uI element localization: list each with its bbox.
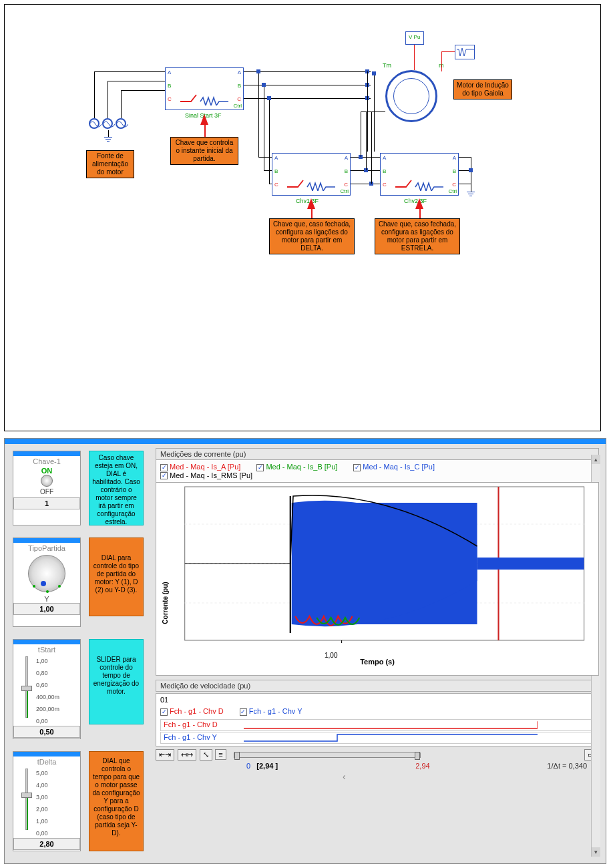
legend-current: ✓Med - Maq - Is_A [Pu]✓Med - Maq - Is_B …	[156, 460, 599, 482]
ground-icon	[467, 192, 475, 196]
control-panel: Chave-1 ON OFF 1 TipoPartida Y 1,00 tSta…	[4, 438, 606, 864]
ctrl-tdelta[interactable]: tDelta 5,004,003,002,001,000,00 2,80	[13, 751, 81, 851]
plot-area: ▴▾ Medições de corrente (pu) ✓Med - Maq …	[156, 448, 599, 857]
info-4: DIAL que controla o tempo para que o mot…	[89, 751, 144, 851]
note-estrela: Chave que, caso fechada, configura as li…	[375, 218, 460, 254]
label-tm: Tm	[383, 62, 391, 69]
arrow-icon	[307, 198, 315, 209]
info-3: SLIDER para controle do tempo de energiz…	[89, 639, 144, 724]
scope-icon	[455, 45, 475, 59]
block-chv2-3f: A B C A B C Ctrl	[380, 153, 459, 196]
info-1: Caso chave esteja em ON, DIAL é habilita…	[89, 451, 144, 525]
plot-title-speed: Medição de velocidade (pu)	[156, 680, 599, 692]
toggle-switch[interactable]	[41, 475, 53, 487]
plot-title-current: Medições de corrente (pu)	[156, 448, 599, 460]
tb-zoom-in[interactable]: ⇤⇥	[156, 749, 174, 761]
arrow-icon	[200, 114, 208, 125]
block-vpu: V Pu	[405, 31, 424, 45]
arrow-icon	[415, 198, 423, 209]
ctrl-tipo-partida[interactable]: TipoPartida Y 1,00	[13, 537, 81, 627]
time-slider[interactable]	[234, 752, 421, 758]
note-fonte: Fonte de alimentação do motor	[86, 150, 134, 178]
ac-source-c	[116, 118, 126, 129]
slider-tstart[interactable]: 1,000,800,60400,00m200,00m0,00	[13, 654, 80, 726]
block-chv1-3f: A B C A B C Ctrl	[272, 153, 351, 196]
tb-fit[interactable]: ⤡	[200, 749, 212, 761]
info-2: DIAL para controle do tipo de partida do…	[89, 537, 144, 616]
note-motor: Motor de Indução do tipo Gaiola	[453, 79, 512, 99]
time-toolbar: ⇤⇥ ↤↦ ⤡ ≡ ▭ 0 [2,94 ] 2,94 1/Δt = 0,340 …	[156, 749, 599, 783]
slider-tdelta[interactable]: 5,004,003,002,001,000,00	[13, 766, 80, 838]
note-chave: Chave que controla o instante inicial da…	[170, 137, 238, 165]
digital-plot: 01 ✓Fch - g1 - Chv D✓Fch - g1 - Chv Y Fc…	[156, 693, 599, 746]
motor-icon	[385, 70, 437, 122]
chart-current[interactable]: Corrente (pu)	[156, 482, 599, 676]
nav-left[interactable]: ‹	[343, 771, 346, 782]
schematic-figure: A B C A B C Ctrl Sinal Start 3F Tm m V P…	[4, 4, 601, 431]
ac-source-b	[102, 118, 113, 129]
note-delta: Chave que, caso fechada, configura as li…	[269, 218, 355, 254]
ac-source-a	[89, 118, 99, 129]
tb-reset[interactable]: ≡	[215, 749, 226, 760]
ctrl-chave-1[interactable]: Chave-1 ON OFF 1	[13, 451, 81, 525]
ground-icon	[104, 137, 112, 142]
block-sinal-start-3f: A B C A B C Ctrl	[165, 67, 244, 110]
svg-rect-6	[477, 558, 584, 570]
ctrl-tstart[interactable]: tStart 1,000,800,60400,00m200,00m0,00 0,…	[13, 639, 81, 739]
dial[interactable]	[28, 555, 65, 592]
tb-zoom-out[interactable]: ↤↦	[178, 749, 196, 761]
current-waveform	[156, 483, 598, 656]
